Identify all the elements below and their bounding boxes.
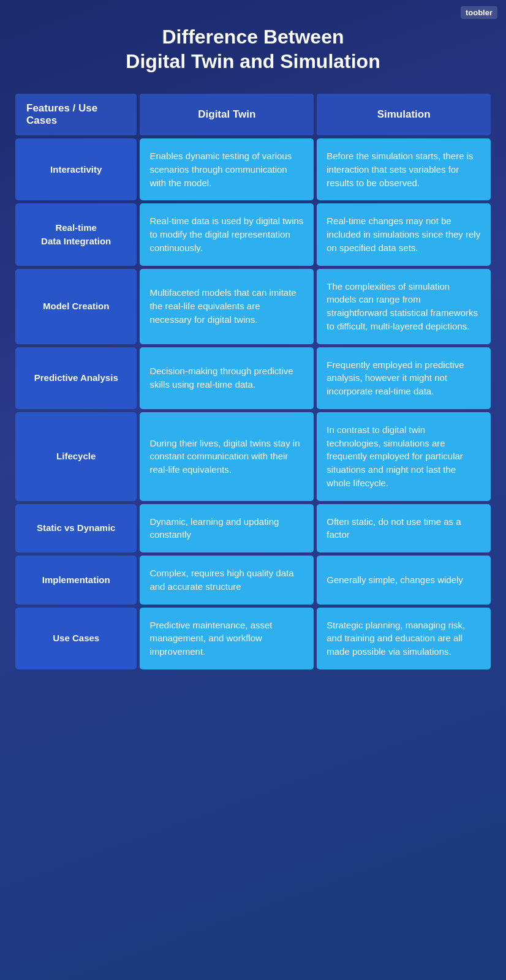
page-title: Difference BetweenDigital Twin and Simul… [126, 24, 380, 74]
cell-digital-6: Complex, requires high quality data and … [140, 556, 314, 605]
brand-logo: toobler [461, 6, 497, 19]
cell-feature-6: Implementation [15, 556, 137, 605]
table-row: Use CasesPredictive maintenance, asset m… [15, 608, 491, 669]
table-row: Model CreationMultifaceted models that c… [15, 269, 491, 344]
header-simulation: Simulation [317, 94, 491, 135]
table-row: Predictive AnalysisDecision-making throu… [15, 347, 491, 409]
cell-simulation-1: Real-time changes may not be included in… [317, 203, 491, 265]
cell-feature-5: Static vs Dynamic [15, 504, 137, 553]
cell-simulation-7: Strategic planning, managing risk, and t… [317, 608, 491, 669]
header-feature: Features / Use Cases [15, 94, 137, 135]
cell-simulation-2: The complexities of simulation models ca… [317, 269, 491, 344]
cell-digital-1: Real-time data is used by digital twins … [140, 203, 314, 265]
table-row: Real-timeData IntegrationReal-time data … [15, 203, 491, 265]
cell-simulation-0: Before the simulation starts, there is i… [317, 138, 491, 200]
cell-feature-4: Lifecycle [15, 412, 137, 501]
cell-feature-7: Use Cases [15, 608, 137, 669]
cell-simulation-6: Generally simple, changes widely [317, 556, 491, 605]
table-row: Static vs DynamicDynamic, learning and u… [15, 504, 491, 553]
cell-digital-0: Enables dynamic testing of various scena… [140, 138, 314, 200]
cell-feature-3: Predictive Analysis [15, 347, 137, 409]
table-row: InteractivityEnables dynamic testing of … [15, 138, 491, 200]
cell-digital-5: Dynamic, learning and updating constantl… [140, 504, 314, 553]
cell-feature-2: Model Creation [15, 269, 137, 344]
table-row: LifecycleDuring their lives, digital twi… [15, 412, 491, 501]
table-row: ImplementationComplex, requires high qua… [15, 556, 491, 605]
cell-digital-7: Predictive maintenance, asset management… [140, 608, 314, 669]
cell-simulation-4: In contrast to digital twin technologies… [317, 412, 491, 501]
cell-digital-3: Decision-making through predictive skill… [140, 347, 314, 409]
comparison-table: Features / Use Cases Digital Twin Simula… [12, 91, 494, 673]
cell-digital-2: Multifaceted models that can imitate the… [140, 269, 314, 344]
cell-digital-4: During their lives, digital twins stay i… [140, 412, 314, 501]
cell-feature-1: Real-timeData Integration [15, 203, 137, 265]
cell-feature-0: Interactivity [15, 138, 137, 200]
cell-simulation-3: Frequently employed in predictive analys… [317, 347, 491, 409]
cell-simulation-5: Often static, do not use time as a facto… [317, 504, 491, 553]
header-digital: Digital Twin [140, 94, 314, 135]
